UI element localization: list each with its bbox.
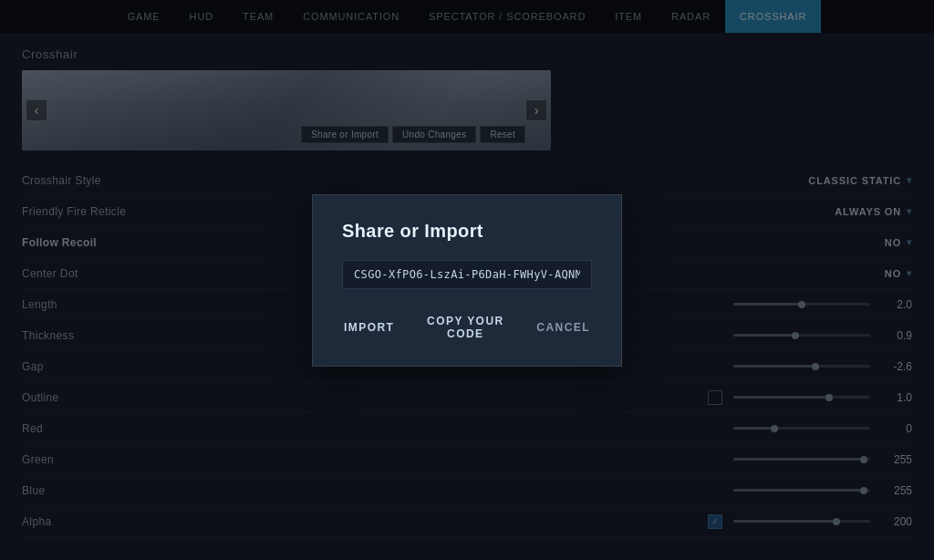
- modal-overlay[interactable]: Share or Import IMPORT COPY YOUR CODE CA…: [0, 0, 934, 560]
- cancel-button[interactable]: CANCEL: [534, 317, 592, 337]
- crosshair-code-input[interactable]: [342, 260, 592, 289]
- copy-your-code-button[interactable]: COPY YOUR CODE: [418, 311, 513, 344]
- share-import-modal: Share or Import IMPORT COPY YOUR CODE CA…: [312, 194, 622, 367]
- modal-actions: IMPORT COPY YOUR CODE CANCEL: [342, 311, 592, 344]
- modal-title: Share or Import: [342, 221, 592, 242]
- import-button[interactable]: IMPORT: [342, 317, 396, 337]
